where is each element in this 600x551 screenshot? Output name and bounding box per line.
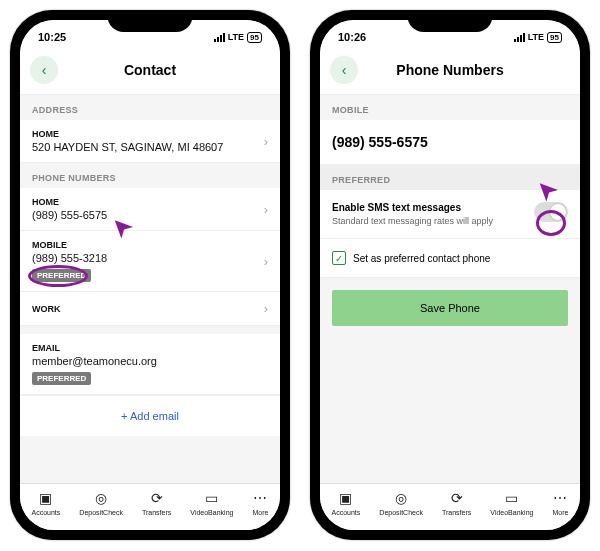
row-value: (989) 555-3218 [32,252,107,264]
preferred-chip: PREFERRED [32,372,91,385]
back-button[interactable]: ‹ [330,56,358,84]
section-header-preferred: PREFERRED [320,165,580,190]
accounts-icon: ▣ [339,490,352,506]
row-label: HOME [32,197,107,207]
notch [108,10,193,32]
tab-accounts[interactable]: ▣Accounts [332,490,361,516]
camera-icon: ◎ [395,490,407,506]
tab-deposit[interactable]: ◎DepositCheck [379,490,423,516]
content-area: MOBILE (989) 555-6575 PREFERRED Enable S… [320,95,580,483]
more-icon: ⋯ [553,490,567,506]
battery-icon: 95 [547,32,562,43]
header: ‹ Contact [20,50,280,95]
page-title: Phone Numbers [320,62,580,78]
network-label: LTE [228,32,244,42]
more-icon: ⋯ [253,490,267,506]
status-time: 10:26 [338,31,366,43]
preferred-check-label: Set as preferred contact phone [353,253,490,264]
screen-left: 10:25 LTE 95 ‹ Contact ADDRESS HOME 520 … [20,20,280,530]
video-icon: ▭ [505,490,518,506]
phone-mobile-row[interactable]: MOBILE (989) 555-3218 PREFERRED › [20,231,280,292]
sms-toggle[interactable] [534,202,568,222]
address-home-row[interactable]: HOME 520 HAYDEN ST, SAGINAW, MI 48607 › [20,120,280,163]
section-header-phone: PHONE NUMBERS [20,163,280,188]
tab-deposit[interactable]: ◎DepositCheck [79,490,123,516]
sms-title: Enable SMS text messages [332,202,493,213]
accounts-icon: ▣ [39,490,52,506]
tab-more[interactable]: ⋯More [552,490,568,516]
back-button[interactable]: ‹ [30,56,58,84]
chevron-right-icon: › [264,254,268,269]
row-label: MOBILE [32,240,107,250]
save-phone-button[interactable]: Save Phone [332,290,568,326]
email-row[interactable]: EMAIL member@teamonecu.org PREFERRED [20,334,280,395]
chevron-left-icon: ‹ [342,62,347,78]
phone-frame-right: 10:26 LTE 95 ‹ Phone Numbers MOBILE (989… [310,10,590,540]
row-label: EMAIL [32,343,268,353]
sms-subtitle: Standard text messaging rates will apply [332,216,493,226]
video-icon: ▭ [205,490,218,506]
section-header-address: ADDRESS [20,95,280,120]
mobile-number-display: (989) 555-6575 [320,120,580,165]
content-area: ADDRESS HOME 520 HAYDEN ST, SAGINAW, MI … [20,95,280,483]
notch [408,10,493,32]
camera-icon: ◎ [95,490,107,506]
chevron-left-icon: ‹ [42,62,47,78]
tab-transfers[interactable]: ⟳Transfers [442,490,471,516]
add-email-link[interactable]: + Add email [20,395,280,436]
chevron-right-icon: › [264,301,268,316]
page-title: Contact [20,62,280,78]
battery-icon: 95 [247,32,262,43]
preferred-chip: PREFERRED [32,269,91,282]
transfers-icon: ⟳ [151,490,163,506]
tabbar: ▣Accounts ◎DepositCheck ⟳Transfers ▭Vide… [20,483,280,530]
preferred-checkbox-row[interactable]: ✓ Set as preferred contact phone [320,239,580,278]
row-value: (989) 555-6575 [32,209,107,221]
tab-video[interactable]: ▭VideoBanking [490,490,533,516]
row-value: member@teamonecu.org [32,355,268,367]
tab-video[interactable]: ▭VideoBanking [190,490,233,516]
phone-home-row[interactable]: HOME (989) 555-6575 › [20,188,280,231]
row-label: HOME [32,129,223,139]
tabbar: ▣Accounts ◎DepositCheck ⟳Transfers ▭Vide… [320,483,580,530]
row-label: WORK [32,304,61,314]
tab-more[interactable]: ⋯More [252,490,268,516]
tab-accounts[interactable]: ▣Accounts [32,490,61,516]
tab-transfers[interactable]: ⟳Transfers [142,490,171,516]
status-time: 10:25 [38,31,66,43]
transfers-icon: ⟳ [451,490,463,506]
sms-toggle-row: Enable SMS text messages Standard text m… [320,190,580,239]
network-label: LTE [528,32,544,42]
section-header-mobile: MOBILE [320,95,580,120]
chevron-right-icon: › [264,134,268,149]
signal-icon [214,33,225,42]
row-value: 520 HAYDEN ST, SAGINAW, MI 48607 [32,141,223,153]
header: ‹ Phone Numbers [320,50,580,95]
checkbox-icon: ✓ [332,251,346,265]
signal-icon [514,33,525,42]
screen-right: 10:26 LTE 95 ‹ Phone Numbers MOBILE (989… [320,20,580,530]
phone-frame-left: 10:25 LTE 95 ‹ Contact ADDRESS HOME 520 … [10,10,290,540]
phone-work-row[interactable]: WORK › [20,292,280,326]
chevron-right-icon: › [264,202,268,217]
